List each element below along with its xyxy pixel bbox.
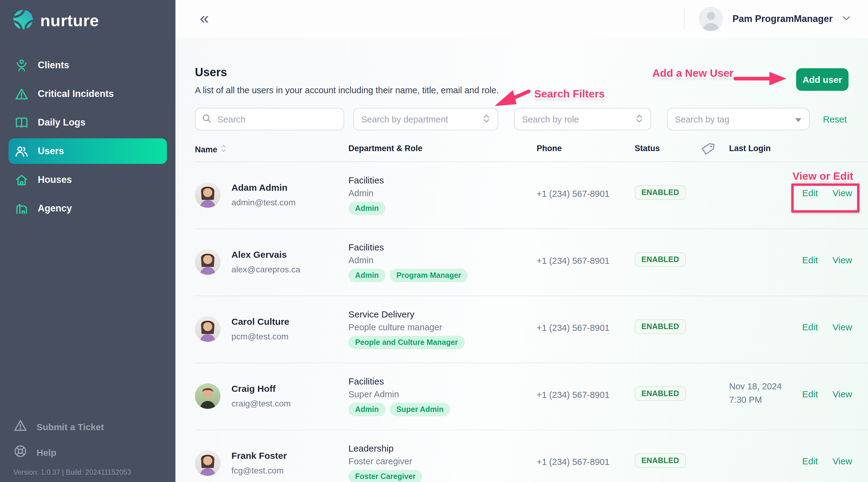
view-link[interactable]: View	[833, 255, 852, 265]
sidebar-footer: Submit a Ticket Help Version: 1.0.37 | B…	[13, 414, 167, 476]
footer-item-label: Submit a Ticket	[36, 421, 104, 432]
view-link[interactable]: View	[833, 456, 852, 466]
user-name: Adam Admin	[231, 182, 287, 192]
sidebar-item-houses[interactable]: Houses	[8, 167, 167, 192]
sidebar-item-users[interactable]: Users	[8, 138, 167, 164]
phone: +1 (234) 567-8901	[537, 390, 610, 400]
table-row: Craig Hoff craig@test.com Facilities Sup…	[195, 363, 868, 430]
phone: +1 (234) 567-8901	[537, 189, 610, 199]
users-icon	[14, 144, 29, 158]
role-tag: Admin	[348, 202, 385, 215]
department-role-cell: Leadership Foster caregiver Foster Careg…	[348, 443, 423, 482]
view-link[interactable]: View	[833, 188, 852, 198]
reset-filters-link[interactable]: Reset	[823, 114, 847, 124]
footer-item-label: Help	[36, 447, 56, 457]
table-row: Frank Foster fcg@test.com Leadership Fos…	[195, 430, 868, 482]
tag-filter-placeholder: Search by tag	[675, 114, 730, 124]
department: Leadership	[348, 443, 423, 453]
user-menu[interactable]: Pam ProgramManager	[684, 0, 851, 38]
user-name: Carol Culture	[231, 316, 289, 327]
collapse-sidebar-button[interactable]: «	[200, 8, 209, 28]
department: Facilities	[348, 242, 468, 252]
sidebar: nurture Clients Crit	[0, 0, 176, 482]
avatar	[195, 450, 220, 476]
role: Foster caregiver	[348, 456, 423, 466]
row-actions: Edit View	[802, 456, 852, 466]
avatar	[195, 383, 220, 409]
search-input[interactable]	[195, 108, 344, 130]
submit-ticket-link[interactable]: Submit a Ticket	[13, 414, 167, 439]
chevron-up-down-icon	[635, 113, 643, 125]
topbar: « Pam ProgramManager	[176, 0, 868, 38]
edit-link[interactable]: Edit	[802, 322, 818, 332]
sidebar-item-daily-logs[interactable]: Daily Logs	[8, 110, 167, 135]
role: People culture manager	[348, 322, 465, 332]
user-email: pcm@test.com	[231, 331, 288, 341]
search-input-wrap	[195, 108, 344, 130]
dropdown-triangle-icon	[795, 114, 802, 124]
chevron-up-down-icon	[483, 113, 490, 125]
sort-icon	[220, 144, 226, 155]
page-subtitle: A list of all the users in your account …	[195, 85, 499, 95]
role-tag: Foster Caregiver	[348, 470, 423, 482]
sidebar-item-critical-incidents[interactable]: Critical Incidents	[8, 81, 167, 107]
version-info: Version: 1.0.37 | Build: 202411152053	[13, 469, 167, 476]
brand-name: nurture	[40, 11, 99, 30]
tag-icon	[699, 141, 715, 157]
department: Facilities	[348, 175, 385, 185]
user-email: craig@test.com	[231, 398, 291, 408]
row-actions: Edit View	[802, 255, 852, 265]
building-icon	[14, 201, 29, 216]
avatar	[195, 316, 220, 342]
avatar	[195, 182, 220, 208]
role-filter-select[interactable]: Search by role	[514, 108, 651, 130]
department: Facilities	[348, 376, 450, 386]
clients-icon	[14, 58, 29, 72]
column-header-status: Status	[635, 144, 660, 153]
sidebar-item-agency[interactable]: Agency	[8, 195, 167, 221]
annotation-add-user-arrow	[733, 71, 789, 89]
last-login-date: Nov 18, 2024	[729, 380, 782, 393]
annotation-add-user-label: Add a New User	[652, 67, 733, 80]
status-badge: ENABLED	[635, 386, 686, 401]
column-header-phone: Phone	[537, 144, 562, 153]
last-login-time: 7:30 PM	[729, 393, 782, 406]
department-filter-select[interactable]: Search by department	[353, 108, 498, 130]
department-role-cell: Facilities Super Admin Admin Super Admin	[348, 376, 450, 416]
column-header-name[interactable]: Name	[195, 144, 226, 155]
add-user-button[interactable]: Add user	[796, 68, 848, 91]
brand-logo[interactable]: nurture	[12, 8, 99, 33]
edit-link[interactable]: Edit	[802, 188, 818, 198]
user-name: Frank Foster	[231, 450, 287, 461]
sidebar-item-label: Critical Incidents	[38, 88, 114, 99]
status-badge: ENABLED	[635, 185, 686, 200]
department-role-cell: Facilities Admin Admin Program Manager	[348, 242, 468, 282]
role: Super Admin	[348, 389, 450, 399]
view-link[interactable]: View	[833, 322, 852, 332]
tag-filter-select[interactable]: Search by tag	[667, 108, 809, 130]
life-ring-icon	[13, 444, 27, 460]
sidebar-item-clients[interactable]: Clients	[8, 52, 167, 78]
help-link[interactable]: Help	[13, 439, 167, 465]
current-user-name: Pam ProgramManager	[733, 13, 833, 24]
topbar-divider	[684, 8, 685, 30]
phone: +1 (234) 567-8901	[537, 323, 610, 333]
user-name: Craig Hoff	[231, 383, 276, 394]
edit-link[interactable]: Edit	[802, 255, 818, 265]
department: Service Delivery	[348, 309, 465, 319]
warning-triangle-icon	[14, 87, 29, 101]
edit-link[interactable]: Edit	[802, 389, 818, 399]
status-badge: ENABLED	[635, 252, 686, 267]
view-link[interactable]: View	[833, 389, 852, 399]
current-user-avatar	[699, 7, 723, 31]
table-row: Carol Culture pcm@test.com Service Deliv…	[195, 296, 868, 363]
search-icon	[202, 113, 212, 126]
edit-link[interactable]: Edit	[802, 456, 818, 466]
sidebar-item-label: Clients	[38, 60, 69, 71]
department-role-cell: Facilities Admin Admin	[348, 175, 385, 215]
sidebar-item-label: Daily Logs	[38, 117, 86, 128]
sidebar-item-label: Houses	[38, 174, 72, 185]
app-window: nurture Clients Crit	[0, 0, 868, 482]
sidebar-menu: Clients Critical Incidents Daily Logs	[8, 52, 167, 221]
status-badge: ENABLED	[635, 453, 686, 468]
